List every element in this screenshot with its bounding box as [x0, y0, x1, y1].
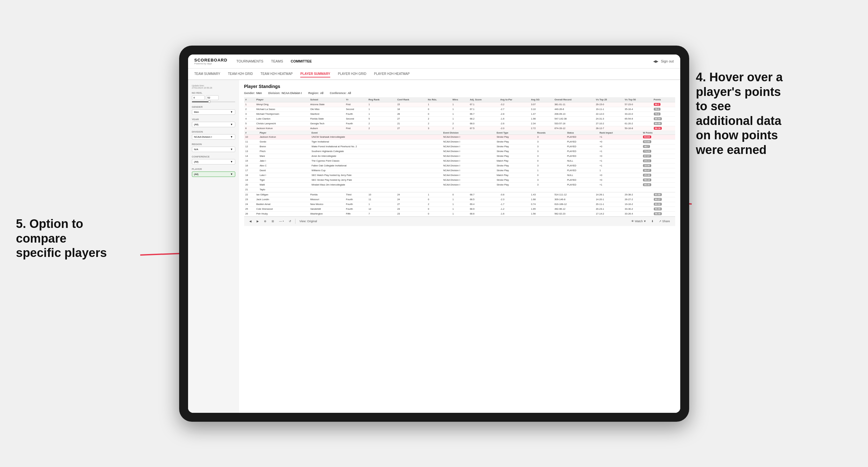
- toolbar-back[interactable]: ◀: [248, 219, 253, 223]
- cell-no-rds: 1: [427, 102, 451, 107]
- col-adj-score: Adj. Score: [469, 97, 499, 102]
- sidebar-year-select[interactable]: (All) ▼: [192, 122, 235, 127]
- toolbar-forward[interactable]: ▶: [255, 219, 260, 223]
- col-points: Points: [652, 97, 675, 102]
- col-reg-rank: Reg Rank: [367, 97, 396, 102]
- table-row[interactable]: 4Luke ClantonFlorida StateSecond 5272168…: [244, 116, 675, 121]
- sidebar-player-select[interactable]: (All) ▼: [192, 172, 235, 177]
- table-row[interactable]: 5Christo LamprechtGeorgia TechFourth 221…: [244, 121, 675, 126]
- sub-nav-player-h2h-heatmap[interactable]: PLAYER H2H HEATMAP: [374, 71, 410, 77]
- sidebar-rds-row: [192, 95, 235, 100]
- sidebar-rds-max[interactable]: [206, 95, 219, 100]
- toolbar-watch[interactable]: 👁 Watch ▼: [630, 219, 647, 223]
- sub-nav-player-summary[interactable]: PLAYER SUMMARY: [300, 71, 330, 77]
- cell-conf-rank: 15: [396, 102, 427, 107]
- toolbar-history[interactable]: ↺: [287, 219, 292, 223]
- sidebar-region-section: Region N/A ▼: [192, 143, 235, 152]
- sidebar-slider[interactable]: [192, 101, 235, 102]
- sidebar-year-section: Year (All) ▼: [192, 118, 235, 127]
- cell-adj-score: 67.1: [469, 102, 499, 107]
- col-vs-top25: Vs Top 25: [594, 97, 623, 102]
- toolbar-zoom-in[interactable]: ⊕: [263, 219, 268, 223]
- col-vs-top50: Vs Top 50: [623, 97, 652, 102]
- app-logo: SCOREBOARD: [194, 58, 227, 62]
- sidebar-region-label: Region: [192, 143, 235, 146]
- sub-table-row: 14MareAmer An IntercollegiateNCAA Divisi…: [244, 154, 675, 158]
- col-avg-sg: Avg SG: [530, 97, 553, 102]
- table-row[interactable]: 2Michael La SassoOle MissSecond 1180167.…: [244, 107, 675, 112]
- cell-school: Arizona State: [309, 102, 345, 107]
- cell-points[interactable]: 88.2: [652, 102, 675, 107]
- col-player: Player: [255, 97, 309, 102]
- tablet-screen: SCOREBOARD Powered by clippi TOURNAMENTS…: [188, 55, 680, 413]
- toolbar-copy[interactable]: ⊞: [270, 219, 275, 223]
- nav-links: TOURNAMENTS TEAMS COMMITTEE: [236, 59, 653, 64]
- cell-yr: First: [345, 102, 367, 107]
- sub-nav: TEAM SUMMARY TEAM H2H GRID TEAM H2H HEAT…: [188, 68, 680, 80]
- standings-header: Player Standings: [244, 84, 675, 89]
- table-row[interactable]: 26Petr HrubyWashingtonFifth 7230168.6-1.…: [244, 211, 675, 216]
- sub-table-row: 18Luke ISEC Match Play hosted by Jerry P…: [244, 173, 675, 178]
- sidebar-conference-label: Conference: [192, 155, 235, 158]
- sidebar-player-section: Player (All) ▼: [192, 168, 235, 177]
- sidebar-conference-section: Conference (All) ▼: [192, 155, 235, 164]
- sidebar-conference-select[interactable]: (All) ▼: [192, 159, 235, 164]
- sub-table-row: 15Jake IThe Cypress Point ClassicNCAA Di…: [244, 158, 675, 163]
- filter-region: Region: All: [308, 92, 323, 95]
- table-header: # Player School Yr Reg Rank Conf Rank No…: [244, 97, 675, 102]
- sidebar-division-select[interactable]: NCAA Division I ▼: [192, 134, 235, 139]
- cell-vs-top25: 29-15-0: [594, 102, 623, 107]
- toolbar-download[interactable]: ⬇: [650, 219, 655, 223]
- nav-right: ◀▶ Sign out: [653, 59, 674, 63]
- sub-table-row: 11GordoTiger InvitationalNCAA Division I…: [244, 139, 675, 144]
- sub-nav-h2h-heatmap[interactable]: TEAM H2H HEATMAP: [260, 71, 292, 77]
- tablet-shell: SCOREBOARD Powered by clippi TOURNAMENTS…: [179, 45, 689, 422]
- table-row[interactable]: 25Cole SherwoodVanderbiltFourth 12230168…: [244, 207, 675, 211]
- col-conf-rank: Conf Rank: [396, 97, 427, 102]
- col-wins: Wins: [451, 97, 469, 102]
- sign-out-link[interactable]: Sign out: [661, 59, 674, 63]
- cell-avg-par: -3.2: [499, 102, 530, 107]
- table-row[interactable]: 3Michael ThorbjornsenStanfordFourth 1280…: [244, 112, 675, 116]
- toolbar-share[interactable]: ↗ Share: [658, 219, 671, 223]
- sub-table-row: 13PhichSouthern Highlands CollegiateNCAA…: [244, 149, 675, 154]
- col-no-rds: No Rds.: [427, 97, 451, 102]
- sidebar-division-label: Division: [192, 130, 235, 133]
- col-avg-par: Avg to-Par: [499, 97, 530, 102]
- nav-tournaments[interactable]: TOURNAMENTS: [236, 59, 263, 64]
- table-row[interactable]: 1 Wenyi Ding Arizona State First 1 15 1 …: [244, 102, 675, 107]
- sidebar-player-label: Player: [192, 168, 235, 170]
- content-area: Player Standings Gender: Men Division: N…: [239, 80, 680, 413]
- table-row[interactable]: 24Bastien AmatNew MexicoFourth 1272169.4…: [244, 202, 675, 207]
- nav-teams[interactable]: TEAMS: [271, 59, 283, 64]
- filter-gender: Gender: Men: [244, 92, 262, 95]
- toolbar-view[interactable]: View: Original: [298, 219, 318, 223]
- sidebar-gender-select[interactable]: Men ▼: [192, 110, 235, 115]
- cell-wins: 1: [451, 102, 469, 107]
- table-row-jackson[interactable]: 6Jackson KoirunAuburnFirst 2273267.5-2.0…: [244, 126, 675, 131]
- sidebar-region-select[interactable]: N/A ▼: [192, 147, 235, 152]
- cell-rank: 1: [244, 102, 255, 107]
- toolbar-dash: — •: [278, 219, 285, 223]
- sidebar-year-label: Year: [192, 118, 235, 121]
- col-yr: Yr: [345, 97, 367, 102]
- cell-points[interactable]: 76.2: [652, 107, 675, 112]
- app-logo-sub: Powered by clippi: [194, 62, 227, 65]
- col-school: School: [309, 97, 345, 102]
- table-row[interactable]: 23Jack LundinMissouriFourth 11240168.5-2…: [244, 197, 675, 202]
- table-row[interactable]: 22Ian GilliganFloridaThird 10241068.7-0.…: [244, 192, 675, 197]
- cell-avg-sg: 3.07: [530, 102, 553, 107]
- sub-nav-team-summary[interactable]: TEAM SUMMARY: [194, 71, 221, 77]
- sub-nav-h2h-grid[interactable]: TEAM H2H GRID: [228, 71, 253, 77]
- nav-icons[interactable]: ◀▶: [653, 59, 658, 63]
- sub-table-row: 12BrennWake Forest Invitational at Pineh…: [244, 144, 675, 149]
- sidebar: Update time: 27/01/2024 16:56:26 No Rds.: [188, 80, 239, 413]
- sidebar-division-section: Division NCAA Division I ▼: [192, 130, 235, 139]
- sidebar-rds-min[interactable]: [192, 95, 205, 100]
- sub-table-row: 17DavidWilliams CupNCAA Division IStroke…: [244, 168, 675, 173]
- sub-nav-player-h2h-grid[interactable]: PLAYER H2H GRID: [338, 71, 366, 77]
- filter-conference: Conference: All: [330, 92, 351, 95]
- standings-table: # Player School Yr Reg Rank Conf Rank No…: [244, 97, 675, 216]
- nav-committee[interactable]: COMMITTEE: [291, 59, 312, 64]
- sub-table-row: 21Taylo: [244, 187, 675, 192]
